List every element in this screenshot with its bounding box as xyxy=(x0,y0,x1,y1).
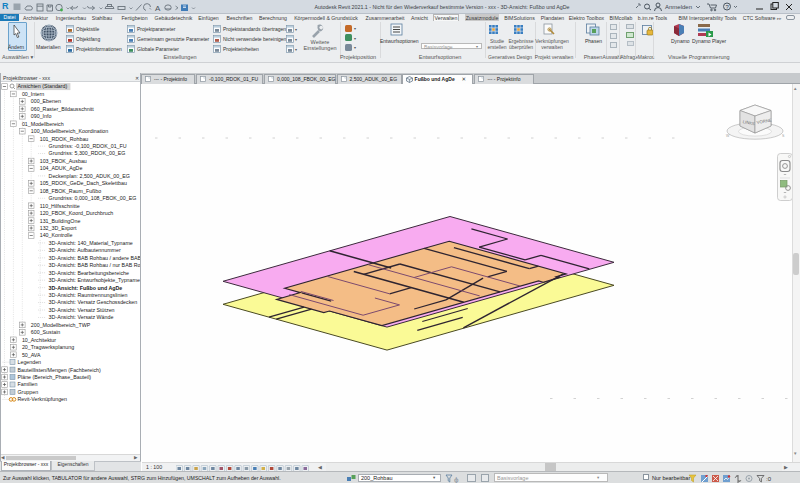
svg-text:ϕ: ϕ xyxy=(454,475,459,483)
svg-text::0: :0 xyxy=(766,476,772,482)
svg-text:S: S xyxy=(782,134,785,138)
